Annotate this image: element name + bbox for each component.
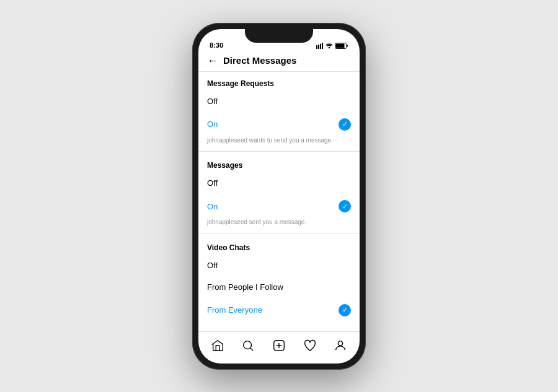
option-row[interactable]: From People I Follow bbox=[198, 276, 360, 298]
nav-search[interactable] bbox=[237, 334, 259, 357]
status-icons bbox=[316, 43, 348, 49]
option-label-from-everyone: From Everyone bbox=[207, 305, 262, 315]
option-row-from-everyone[interactable]: From Everyone ✓ bbox=[198, 298, 360, 323]
svg-rect-1 bbox=[318, 45, 319, 49]
option-label-selected: On bbox=[207, 120, 218, 129]
page-title: Direct Messages bbox=[223, 55, 296, 66]
bottom-nav bbox=[198, 331, 360, 364]
notch bbox=[245, 29, 313, 43]
checkmark-icon: ✓ bbox=[339, 200, 351, 212]
nav-heart[interactable] bbox=[299, 334, 321, 357]
option-label-selected: On bbox=[207, 202, 218, 211]
svg-rect-3 bbox=[322, 43, 323, 49]
divider bbox=[198, 233, 360, 233]
divider bbox=[198, 151, 360, 152]
phone-screen: 8:30 ← Direct Messages Message Requests … bbox=[198, 29, 360, 364]
option-label: From People I Follow bbox=[207, 282, 283, 292]
option-row[interactable]: Off bbox=[198, 172, 360, 194]
option-row[interactable]: Off bbox=[198, 90, 360, 112]
section-messages: Messages bbox=[198, 154, 360, 172]
checkmark-icon: ✓ bbox=[339, 118, 351, 131]
content-area: Message Requests Off On ✓ johnappleseed … bbox=[198, 72, 360, 331]
phone-frame: 8:30 ← Direct Messages Message Requests … bbox=[192, 23, 366, 370]
svg-rect-2 bbox=[320, 43, 321, 49]
option-label: Off bbox=[207, 261, 218, 270]
status-time: 8:30 bbox=[210, 41, 223, 49]
option-sublabel: johnappleseed sent you a message. bbox=[198, 219, 360, 230]
svg-rect-6 bbox=[336, 43, 345, 48]
svg-point-7 bbox=[244, 341, 252, 349]
option-row-selected[interactable]: On ✓ bbox=[198, 194, 360, 219]
option-sublabel: johnappleseed wants to send you a messag… bbox=[198, 137, 360, 149]
nav-profile[interactable] bbox=[329, 334, 352, 357]
option-label: Off bbox=[207, 178, 218, 188]
option-row-selected[interactable]: On ✓ bbox=[198, 112, 360, 137]
svg-rect-0 bbox=[316, 45, 317, 49]
option-row[interactable]: Off bbox=[198, 255, 360, 276]
svg-point-9 bbox=[339, 341, 343, 346]
nav-home[interactable] bbox=[206, 334, 229, 357]
checkmark-icon: ✓ bbox=[339, 304, 351, 316]
header: ← Direct Messages bbox=[198, 51, 360, 72]
section-message-requests: Message Requests bbox=[198, 72, 360, 90]
section-video-chats: Video Chats bbox=[198, 236, 360, 255]
option-label: Off bbox=[207, 97, 218, 106]
svg-point-4 bbox=[329, 46, 330, 48]
nav-add[interactable] bbox=[268, 334, 290, 357]
back-button[interactable]: ← bbox=[207, 55, 218, 66]
